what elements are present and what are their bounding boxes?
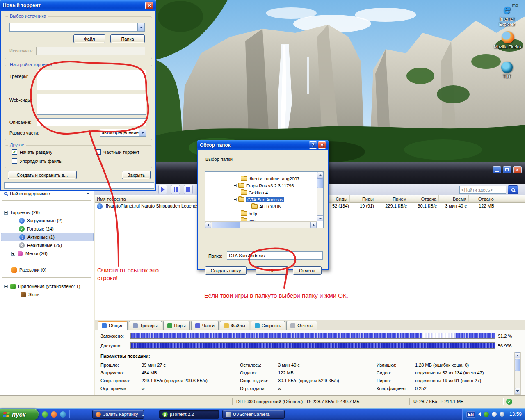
file-button[interactable]: Файл	[73, 34, 105, 43]
collapse-icon[interactable]	[4, 285, 8, 288]
close-button[interactable]	[318, 141, 326, 149]
maximize-button[interactable]	[503, 166, 511, 173]
column-header-time[interactable]: Время	[439, 195, 469, 203]
detail-scrollbar[interactable]	[514, 352, 521, 395]
trackers-textarea[interactable]	[37, 70, 146, 90]
volume-icon[interactable]	[500, 412, 504, 417]
collapse-icon[interactable]	[4, 211, 8, 215]
stop-torrent-button[interactable]	[184, 185, 193, 194]
sidebar-item-label: Активные (1)	[27, 235, 55, 240]
create-and-save-button[interactable]: Создать и сохранить в...	[8, 171, 77, 179]
combo-drop-button[interactable]	[139, 129, 146, 136]
scrollbar-right-button[interactable]	[310, 222, 317, 228]
tray-collapse-icon[interactable]	[478, 412, 481, 416]
quick-launch-icon-3[interactable]	[60, 411, 66, 418]
task-button-uvscreencamera[interactable]: UVScreenCamera	[222, 410, 285, 419]
close-dialog-button[interactable]: Закрыть	[122, 171, 151, 179]
checkbox-icon[interactable]	[96, 149, 101, 155]
tree-item[interactable]: Fraps Rus v3.2.3.11796	[233, 182, 294, 189]
search-button[interactable]	[508, 185, 518, 194]
piece-size-combobox[interactable]: автоопределение	[100, 129, 146, 137]
start-torrent-button[interactable]	[158, 185, 167, 194]
minimize-button[interactable]	[493, 166, 501, 173]
tree-item-selected[interactable]: GTA San Andreas	[233, 196, 284, 203]
tab-trackers[interactable]: Трекеры	[129, 321, 162, 330]
dialog-title: Обзор папок	[200, 142, 231, 148]
clock[interactable]: 13:59	[509, 411, 522, 417]
sidebar-item-torrents[interactable]: Торренты (26)	[1, 208, 94, 217]
quick-launch-firefox-icon[interactable]	[51, 411, 57, 418]
close-button[interactable]	[145, 2, 153, 9]
sidebar-item-skins[interactable]: Skins	[1, 290, 94, 299]
sidebar-item-labels[interactable]: Метки (26)	[1, 249, 94, 258]
folder-name-input[interactable]	[227, 251, 323, 260]
collapse-icon[interactable]	[233, 198, 237, 201]
column-header-uploaded[interactable]: Отдано	[469, 195, 496, 203]
task-button-utorrent[interactable]: µ µTorrent 2.2	[159, 410, 219, 419]
tray-icon[interactable]	[492, 412, 497, 417]
open-folder-icon	[238, 197, 244, 202]
tree-item[interactable]: help	[241, 210, 257, 217]
status-bar: DHT: 300 соединений (Обновл.) D: 228.7 К…	[0, 395, 525, 408]
sidebar-item-finished[interactable]: ✓ Готовые (24)	[1, 225, 94, 233]
column-header-peers[interactable]: Пиры	[350, 195, 376, 203]
language-indicator[interactable]: EN	[466, 411, 475, 418]
task-button-upload-picture[interactable]: Залить Картинку - 3...	[92, 410, 144, 419]
sidebar-item-downloading[interactable]: ↓ Загружаемые (2)	[1, 217, 94, 225]
utorrent-tray-icon[interactable]	[484, 412, 489, 417]
chevron-down-icon	[86, 193, 89, 194]
start-button[interactable]: пуск	[0, 409, 39, 420]
cancel-button[interactable]: Отмена	[293, 266, 322, 275]
tab-peers[interactable]: Пиры	[163, 321, 190, 330]
column-header-down-speed[interactable]: Прием	[376, 195, 409, 203]
desktop-icon-mozilla-firefox[interactable]: Mozilla Firefox	[493, 31, 523, 50]
tab-general[interactable]: Общие	[98, 321, 128, 330]
tree-horizontal-scrollbar[interactable]	[205, 221, 317, 228]
param-label: Загружено:	[100, 370, 142, 377]
combo-drop-button[interactable]	[137, 23, 144, 31]
tab-pieces[interactable]: Части	[191, 321, 219, 330]
scrollbar-thumb[interactable]	[317, 178, 323, 188]
sidebar-item-active[interactable]: ↕ Активные (1)	[1, 233, 94, 241]
source-combobox[interactable]	[9, 23, 145, 32]
sidebar-item-apps[interactable]: Приложения (установлено: 1)	[1, 282, 94, 290]
scrollbar-left-button[interactable]	[205, 222, 211, 228]
sidebar-item-feeds[interactable]: Рассылки (0)	[1, 266, 94, 274]
sidebar-item-inactive[interactable]: × Неактивные (25)	[1, 241, 94, 249]
webseeds-textarea[interactable]	[37, 94, 146, 115]
column-header-seeds[interactable]: Сиды	[330, 195, 350, 203]
folder-button[interactable]: Папка	[110, 34, 145, 43]
tree-vertical-scrollbar[interactable]	[317, 172, 323, 221]
tab-logger[interactable]: Отчёты	[286, 321, 317, 330]
tree-item[interactable]: AUTORUN	[251, 203, 281, 210]
scrollbar-down-button[interactable]	[317, 215, 323, 221]
desktop-icon-tbt[interactable]: TBT	[492, 62, 522, 79]
expand-icon[interactable]	[11, 252, 15, 256]
scrollbar-up-button[interactable]	[317, 172, 323, 178]
scrollbar-down-button[interactable]	[515, 388, 520, 394]
param-label: Скор. отдачи:	[240, 378, 278, 385]
tree-item[interactable]: directx_runtime_aug2007	[241, 175, 299, 182]
start-seeding-checkbox-row[interactable]: Начать раздачу	[12, 149, 52, 155]
tab-speed[interactable]: Скорость	[251, 321, 285, 330]
expand-icon[interactable]	[233, 184, 237, 187]
scrollbar-thumb[interactable]	[212, 222, 240, 228]
create-folder-button[interactable]: Создать папку	[205, 266, 247, 275]
close-button[interactable]: ×	[513, 166, 522, 173]
help-button[interactable]	[309, 141, 317, 149]
scrollbar-up-button[interactable]	[515, 352, 520, 358]
private-torrent-checkbox-row[interactable]: Частный торрент	[96, 149, 139, 155]
pause-torrent-button[interactable]	[171, 185, 180, 194]
checkbox-icon[interactable]	[12, 158, 17, 164]
scrollbar-thumb[interactable]	[515, 359, 520, 371]
description-input[interactable]	[37, 118, 146, 126]
tree-item[interactable]: Gekitou 4	[241, 189, 268, 196]
search-input[interactable]	[459, 186, 506, 194]
checkbox-checked-icon[interactable]	[12, 149, 17, 155]
quick-launch-icon-1[interactable]	[42, 411, 48, 418]
arrange-files-checkbox-row[interactable]: Упорядочить файлы	[12, 158, 62, 164]
rss-icon	[11, 267, 17, 273]
tab-files[interactable]: Файлы	[220, 321, 249, 330]
ok-button[interactable]: OK	[256, 266, 288, 275]
column-header-up-speed[interactable]: Отдача	[409, 195, 439, 203]
